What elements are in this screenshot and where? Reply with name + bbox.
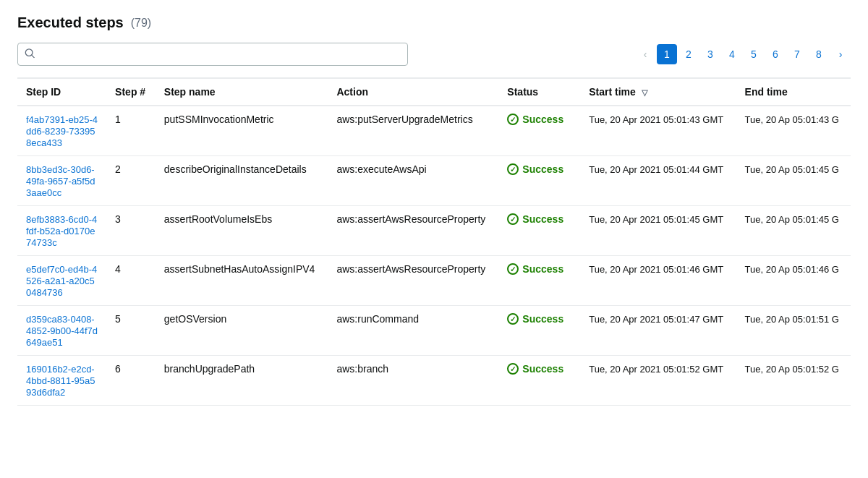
col-header-end-time: End time	[736, 78, 851, 106]
status-badge: ✓Success	[507, 213, 571, 225]
step-end-time: Tue, 20 Ap 05:01:52 G	[736, 356, 851, 406]
success-icon: ✓	[507, 163, 519, 175]
step-name: getOSVersion	[156, 306, 328, 356]
status-text: Success	[522, 313, 563, 325]
status-badge: ✓Success	[507, 363, 571, 375]
search-input[interactable]	[17, 43, 408, 66]
col-header-action: Action	[328, 78, 498, 106]
step-start-time: Tue, 20 Apr 2021 05:01:45 GMT	[580, 206, 736, 256]
pagination-page-8[interactable]: 8	[809, 44, 829, 64]
step-start-time: Tue, 20 Apr 2021 05:01:52 GMT	[580, 356, 736, 406]
chevron-left-icon: ‹	[644, 48, 647, 60]
col-header-step-num: Step #	[106, 78, 156, 106]
col-header-status: Status	[498, 78, 580, 106]
step-id-link[interactable]: 169016b2-e2cd-4bbd-8811-95a593d6dfa2	[26, 364, 95, 398]
step-name: assertSubnetHasAutoAssignIPV4	[156, 256, 328, 306]
step-action: aws:runCommand	[328, 306, 498, 356]
success-icon: ✓	[507, 114, 519, 125]
steps-table: Step ID Step # Step name Action Status S…	[17, 77, 851, 406]
pagination-page-2[interactable]: 2	[678, 44, 699, 64]
status-text: Success	[522, 114, 563, 125]
step-id-link[interactable]: f4ab7391-eb25-4dd6-8239-733958eca433	[26, 114, 98, 148]
status-text: Success	[522, 263, 563, 275]
col-header-start-time[interactable]: Start time ▽	[580, 78, 736, 106]
search-icon	[25, 48, 35, 61]
status-text: Success	[522, 213, 563, 225]
success-icon: ✓	[507, 213, 519, 225]
step-number: 4	[106, 256, 156, 306]
pagination-page-5[interactable]: 5	[744, 44, 764, 64]
step-number: 1	[106, 106, 156, 156]
step-start-time: Tue, 20 Apr 2021 05:01:47 GMT	[580, 306, 736, 356]
table-row: d359ca83-0408-4852-9b00-44f7d649ae515get…	[17, 306, 851, 356]
pagination-page-7[interactable]: 7	[787, 44, 807, 64]
step-start-time: Tue, 20 Apr 2021 05:01:46 GMT	[580, 256, 736, 306]
step-id-link[interactable]: 8efb3883-6cd0-4fdf-b52a-d0170e74733c	[26, 214, 97, 248]
step-end-time: Tue, 20 Ap 05:01:45 G	[736, 206, 851, 256]
step-start-time: Tue, 20 Apr 2021 05:01:44 GMT	[580, 156, 736, 206]
col-header-step-name: Step name	[156, 78, 328, 106]
step-id-link[interactable]: e5def7c0-ed4b-4526-a2a1-a20c50484736	[26, 264, 97, 298]
step-end-time: Tue, 20 Ap 05:01:45 G	[736, 156, 851, 206]
step-action: aws:assertAwsResourceProperty	[328, 256, 498, 306]
table-row: 169016b2-e2cd-4bbd-8811-95a593d6dfa26bra…	[17, 356, 851, 406]
step-status: ✓Success	[498, 306, 580, 356]
status-badge: ✓Success	[507, 263, 571, 275]
col-header-step-id: Step ID	[17, 78, 106, 106]
pagination-page-1[interactable]: 1	[657, 44, 677, 64]
count-badge: (79)	[131, 17, 151, 30]
step-number: 5	[106, 306, 156, 356]
step-number: 3	[106, 206, 156, 256]
step-number: 2	[106, 156, 156, 206]
status-badge: ✓Success	[507, 163, 571, 175]
step-start-time: Tue, 20 Apr 2021 05:01:43 GMT	[580, 106, 736, 156]
step-id-link[interactable]: 8bb3ed3c-30d6-49fa-9657-a5f5d3aae0cc	[26, 164, 95, 198]
step-status: ✓Success	[498, 256, 580, 306]
step-action: aws:putServerUpgradeMetrics	[328, 106, 498, 156]
toolbar-row: ‹ 1 2 3 4 5 6 7 8 ›	[17, 43, 851, 66]
step-status: ✓Success	[498, 106, 580, 156]
step-end-time: Tue, 20 Ap 05:01:51 G	[736, 306, 851, 356]
search-container	[17, 43, 408, 66]
step-action: aws:branch	[328, 356, 498, 406]
step-name: putSSMInvocationMetric	[156, 106, 328, 156]
header-row: Executed steps (79)	[17, 14, 851, 31]
table-row: e5def7c0-ed4b-4526-a2a1-a20c504847364ass…	[17, 256, 851, 306]
pagination-next-button[interactable]: ›	[830, 44, 851, 64]
page-title: Executed steps	[17, 14, 124, 31]
pagination-page-3[interactable]: 3	[700, 44, 720, 64]
step-status: ✓Success	[498, 156, 580, 206]
svg-line-1	[32, 55, 35, 58]
chevron-right-icon: ›	[839, 48, 843, 60]
step-end-time: Tue, 20 Ap 05:01:43 G	[736, 106, 851, 156]
pagination-page-6[interactable]: 6	[765, 44, 786, 64]
table-row: f4ab7391-eb25-4dd6-8239-733958eca4331put…	[17, 106, 851, 156]
step-id-link[interactable]: d359ca83-0408-4852-9b00-44f7d649ae51	[26, 314, 98, 348]
step-number: 6	[106, 356, 156, 406]
status-text: Success	[522, 363, 563, 375]
success-icon: ✓	[507, 313, 519, 325]
step-action: aws:assertAwsResourceProperty	[328, 206, 498, 256]
status-badge: ✓Success	[507, 313, 571, 325]
sort-descending-icon: ▽	[642, 88, 647, 98]
step-status: ✓Success	[498, 356, 580, 406]
step-name: describeOriginalInstanceDetails	[156, 156, 328, 206]
success-icon: ✓	[507, 363, 519, 375]
page-container: Executed steps (79) ‹ 1 2 3 4 5 6 7 8	[0, 0, 868, 420]
status-badge: ✓Success	[507, 114, 571, 125]
step-end-time: Tue, 20 Ap 05:01:46 G	[736, 256, 851, 306]
status-text: Success	[522, 163, 563, 175]
success-icon: ✓	[507, 263, 519, 275]
step-status: ✓Success	[498, 206, 580, 256]
step-action: aws:executeAwsApi	[328, 156, 498, 206]
pagination: ‹ 1 2 3 4 5 6 7 8 ›	[635, 44, 851, 64]
table-header-row: Step ID Step # Step name Action Status S…	[17, 78, 851, 106]
pagination-page-4[interactable]: 4	[722, 44, 742, 64]
step-name: assertRootVolumeIsEbs	[156, 206, 328, 256]
step-name: branchUpgradePath	[156, 356, 328, 406]
pagination-prev-button[interactable]: ‹	[635, 44, 655, 64]
table-row: 8efb3883-6cd0-4fdf-b52a-d0170e74733c3ass…	[17, 206, 851, 256]
table-row: 8bb3ed3c-30d6-49fa-9657-a5f5d3aae0cc2des…	[17, 156, 851, 206]
